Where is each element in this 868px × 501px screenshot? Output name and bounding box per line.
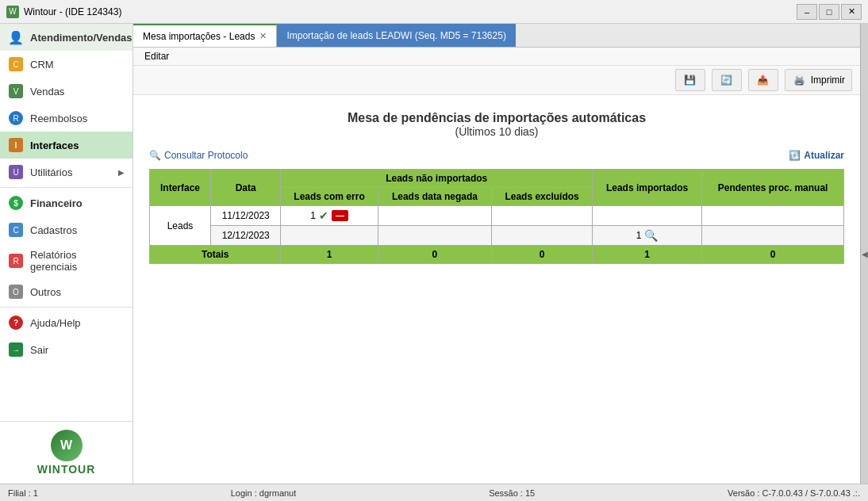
- cell-importados-1: [592, 206, 701, 226]
- cell-data-negada-1: [378, 206, 492, 226]
- sidebar-label-relatorios: Relatórios gerenciais: [30, 249, 125, 273]
- tab-mesa-close[interactable]: ✕: [259, 31, 267, 41]
- close-button[interactable]: ✕: [841, 4, 862, 20]
- subheader-leads-com-erro: Leads com erro: [281, 188, 378, 206]
- sidebar-item-vendas[interactable]: V Vendas: [0, 78, 133, 105]
- sidebar-item-crm[interactable]: C CRM: [0, 51, 133, 78]
- print-label: Imprimir: [811, 75, 845, 86]
- sidebar-label-vendas: Vendas: [30, 86, 64, 98]
- sidebar-logo: W WINTOUR: [0, 421, 133, 484]
- col-leads-importados: Leads importados: [592, 170, 701, 206]
- tab-mesa-importacoes[interactable]: Mesa importações - Leads ✕: [133, 24, 277, 47]
- atualizar-icon: 🔃: [789, 150, 801, 161]
- financeiro-icon: $: [8, 195, 24, 211]
- actions-row: 🔍 Consultar Protocolo 🔃 Atualizar: [149, 150, 844, 161]
- minimize-button[interactable]: –: [797, 4, 817, 20]
- subheader-leads-excluidos: Leads excluídos: [492, 188, 593, 206]
- col-data: Data: [210, 170, 280, 206]
- table-header-row1: Interface Data Leads não importados Lead…: [150, 170, 844, 188]
- title-bar-left: W Wintour - (IDE 124343): [6, 6, 121, 18]
- atualizar-label: Atualizar: [804, 150, 844, 161]
- refresh-icon: 🔄: [719, 72, 735, 88]
- refresh-button[interactable]: 🔄: [712, 69, 742, 91]
- status-filial: Filial : 1: [8, 488, 38, 498]
- save-button[interactable]: 💾: [675, 69, 705, 91]
- sidebar-label-ajuda: Ajuda/Help: [30, 317, 81, 329]
- relatorios-icon: R: [8, 253, 24, 269]
- cell-importados-2: 1 🔍: [592, 226, 701, 246]
- app-icon: W: [6, 6, 19, 18]
- window-controls: – □ ✕: [797, 4, 862, 20]
- sidebar-item-financeiro[interactable]: $ Financeiro: [0, 189, 133, 216]
- sidebar-label-sair: Sair: [30, 344, 48, 356]
- app-title: Wintour - (IDE 124343): [24, 6, 121, 17]
- utilitarios-icon: U: [8, 164, 24, 180]
- ajuda-icon: ?: [8, 315, 24, 331]
- page-title: Mesa de pendências de importações automá…: [149, 111, 844, 138]
- sidebar-label-cadastros: Cadastros: [30, 224, 77, 236]
- cell-pendentes-1: [702, 206, 844, 226]
- status-login: Login : dgrmanut: [231, 488, 297, 498]
- logo-text: WINTOUR: [37, 463, 96, 476]
- sidebar-item-cadastros[interactable]: C Cadastros: [0, 216, 133, 243]
- cell-date-2: 12/12/2023: [210, 226, 280, 246]
- sidebar-item-relatorios[interactable]: R Relatórios gerenciais: [0, 243, 133, 278]
- table-row: Leads 11/12/2023 1 ✔ —: [150, 206, 844, 226]
- sidebar-item-atendimento[interactable]: 👤 Atendimento/Vendas: [0, 24, 133, 51]
- collapse-handle[interactable]: ◀: [860, 24, 868, 484]
- title-bar: W Wintour - (IDE 124343) – □ ✕: [0, 0, 868, 24]
- content-wrapper: Mesa importações - Leads ✕ Importação de…: [133, 24, 868, 484]
- sidebar-item-utilitarios[interactable]: U Utilitários ▶: [0, 159, 133, 185]
- sidebar: 👤 Atendimento/Vendas C CRM V Vendas: [0, 24, 133, 484]
- print-button[interactable]: 🖨️ Imprimir: [785, 69, 852, 91]
- col-pendentes: Pendentes proc. manual: [702, 170, 844, 206]
- save-icon: 💾: [682, 72, 698, 88]
- status-sessao: Sessão : 15: [489, 488, 535, 498]
- menu-bar: Editar: [133, 48, 860, 66]
- totals-excluidos: 0: [492, 246, 593, 264]
- tab-importacao-label: Importação de leads LEADWI (Seq. MD5 = 7…: [286, 30, 505, 41]
- leads-table: Interface Data Leads não importados Lead…: [149, 169, 844, 264]
- sidebar-label-atendimento: Atendimento/Vendas: [30, 32, 133, 44]
- status-bar: Filial : 1 Login : dgrmanut Sessão : 15 …: [0, 484, 868, 501]
- minus-button[interactable]: —: [332, 210, 348, 221]
- sidebar-item-outros[interactable]: O Outros: [0, 278, 133, 305]
- sidebar-item-ajuda[interactable]: ? Ajuda/Help: [0, 309, 133, 336]
- sidebar-label-outros: Outros: [30, 286, 61, 298]
- sidebar-label-financeiro: Financeiro: [30, 197, 83, 209]
- sidebar-item-reembolsos[interactable]: R Reembolsos: [0, 105, 133, 132]
- cell-interface: Leads: [150, 206, 211, 246]
- tabs-bar: Mesa importações - Leads ✕ Importação de…: [133, 24, 860, 48]
- vendas-icon: V: [8, 83, 24, 99]
- totals-leads-erro: 1: [281, 246, 378, 264]
- page-title-main: Mesa de pendências de importações automá…: [149, 111, 844, 125]
- atualizar-button[interactable]: 🔃 Atualizar: [789, 150, 844, 161]
- status-versao: Versão : C-7.0.0.43 / S-7.0.0.43 .:.: [728, 488, 860, 498]
- totals-pendentes: 0: [702, 246, 844, 264]
- tab-importacao-leads[interactable]: Importação de leads LEADWI (Seq. MD5 = 7…: [277, 24, 515, 47]
- content-area: Mesa importações - Leads ✕ Importação de…: [133, 24, 860, 484]
- main-content: Mesa de pendências de importações automá…: [133, 95, 860, 484]
- check-icon[interactable]: ✔: [319, 209, 328, 222]
- export-button[interactable]: 📤: [748, 69, 778, 91]
- cell-data-negada-2: [378, 226, 492, 246]
- maximize-button[interactable]: □: [819, 4, 839, 20]
- menu-editar[interactable]: Editar: [140, 49, 174, 63]
- export-icon: 📤: [755, 72, 771, 88]
- sidebar-divider-1: [0, 187, 133, 188]
- sidebar-item-interfaces[interactable]: I Interfaces: [0, 132, 133, 159]
- cell-pendentes-2: [702, 226, 844, 246]
- totals-data-negada: 0: [378, 246, 492, 264]
- search-protocol-icon: 🔍: [149, 150, 161, 161]
- reembolsos-icon: R: [8, 110, 24, 126]
- cell-leads-erro-1: 1 ✔ —: [281, 206, 378, 226]
- sidebar-label-reembolsos: Reembolsos: [30, 113, 87, 124]
- sidebar-label-crm: CRM: [30, 59, 54, 71]
- interfaces-icon: I: [8, 137, 24, 153]
- print-icon: 🖨️: [792, 72, 808, 88]
- sidebar-item-sair[interactable]: → Sair: [0, 336, 133, 363]
- importados-count: 1: [636, 230, 642, 241]
- consultar-protocolo-link[interactable]: 🔍 Consultar Protocolo: [149, 150, 248, 161]
- search-icon-small[interactable]: 🔍: [644, 229, 658, 242]
- subheader-leads-data-negada: Leads data negada: [378, 188, 492, 206]
